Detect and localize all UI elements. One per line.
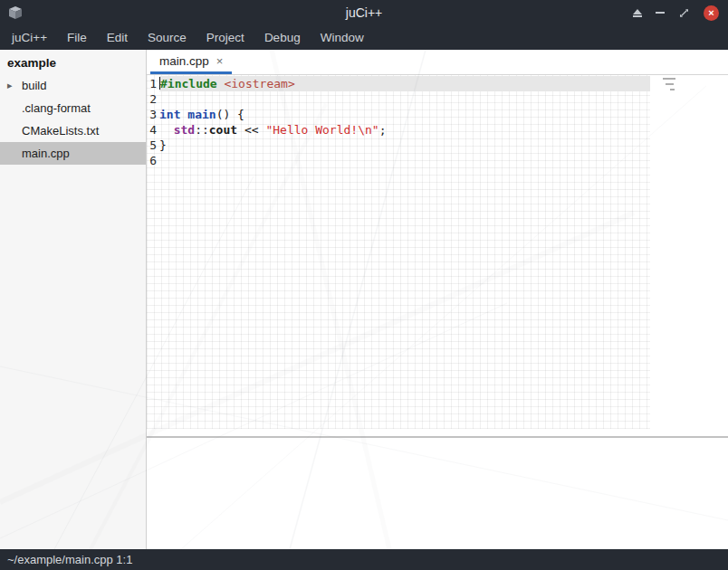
sidebar: example ▸build.clang-formatCMakeLists.tx… — [0, 50, 147, 549]
expand-arrow-icon[interactable]: ▸ — [7, 74, 13, 97]
file-tree: ▸build.clang-formatCMakeLists.txtmain.cp… — [0, 74, 146, 165]
resize-icon — [678, 7, 690, 19]
tab-label: main.cpp — [159, 54, 209, 68]
menu-window[interactable]: Window — [311, 27, 374, 48]
menu-project[interactable]: Project — [196, 27, 254, 48]
titlebar: juCi++ × — [0, 0, 728, 25]
main-pane: main.cpp × 1#include <iostream>23int mai… — [147, 50, 728, 549]
output-pane[interactable] — [147, 438, 728, 549]
menu-edit[interactable]: Edit — [97, 27, 138, 48]
line-code[interactable] — [159, 91, 650, 107]
tree-item-label: main.cpp — [0, 142, 146, 165]
line-number: 3 — [147, 107, 159, 122]
minimize-icon — [656, 12, 665, 14]
code-line: 5} — [147, 138, 650, 153]
line-number: 1 — [147, 76, 159, 91]
tree-item-label: CMakeLists.txt — [0, 119, 146, 142]
window-title: juCi++ — [0, 5, 728, 20]
close-button[interactable]: × — [704, 5, 719, 21]
line-code[interactable]: std::cout << "Hello World!\n"; — [159, 122, 650, 138]
code-line: 2 — [147, 91, 650, 107]
code-line: 3int main() { — [147, 107, 650, 122]
project-name: example — [0, 50, 146, 74]
code-line: 4 std::cout << "Hello World!\n"; — [147, 122, 650, 138]
code-editor[interactable]: 1#include <iostream>23int main() {4 std:… — [147, 75, 728, 436]
menubar: juCi++FileEditSourceProjectDebugWindow — [0, 25, 728, 50]
window-controls: × — [633, 0, 719, 25]
tab-main-cpp[interactable]: main.cpp × — [150, 50, 232, 74]
tree-item-build[interactable]: ▸build — [0, 74, 146, 97]
close-icon: × — [708, 5, 714, 21]
menu-source[interactable]: Source — [138, 27, 196, 48]
line-number: 2 — [147, 91, 159, 107]
tree-item-clang-format[interactable]: .clang-format — [0, 97, 146, 119]
tree-item-label: .clang-format — [0, 97, 146, 119]
tree-item-main-cpp[interactable]: main.cpp — [0, 142, 146, 165]
line-number: 4 — [147, 122, 159, 138]
content-area: example ▸build.clang-formatCMakeLists.tx… — [0, 50, 728, 549]
statusbar: ~/example/main.cpp 1:1 — [0, 549, 728, 570]
code-line: 6 — [147, 153, 650, 168]
eject-button[interactable] — [633, 9, 642, 17]
tab-close-icon[interactable]: × — [216, 54, 224, 68]
line-code[interactable]: } — [159, 138, 650, 153]
maximize-button[interactable] — [678, 7, 690, 19]
line-number: 5 — [147, 138, 159, 153]
menu-file[interactable]: File — [57, 27, 97, 48]
menu-juci[interactable]: juCi++ — [2, 27, 57, 48]
line-code[interactable] — [159, 153, 650, 168]
code-line: 1#include <iostream> — [147, 76, 650, 91]
code-lines: 1#include <iostream>23int main() {4 std:… — [147, 76, 650, 168]
status-cursor-path: ~/example/main.cpp 1:1 — [7, 553, 132, 566]
scrollbar-marks[interactable] — [663, 78, 675, 90]
tree-item-label: build — [0, 74, 146, 97]
minimize-button[interactable] — [656, 12, 665, 14]
line-code[interactable]: int main() { — [159, 107, 650, 122]
juci-window: juCi++ × juCi++FileEditSourceProjectDebu… — [0, 0, 728, 570]
line-number: 6 — [147, 153, 159, 168]
eject-icon — [633, 9, 642, 14]
menu-debug[interactable]: Debug — [254, 27, 311, 48]
line-code[interactable]: #include <iostream> — [159, 76, 650, 91]
tree-item-cmakelists-txt[interactable]: CMakeLists.txt — [0, 119, 146, 142]
tab-bar: main.cpp × — [147, 50, 728, 75]
